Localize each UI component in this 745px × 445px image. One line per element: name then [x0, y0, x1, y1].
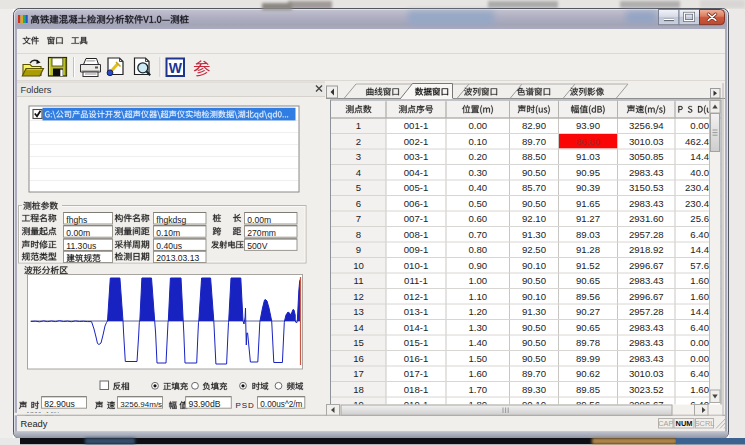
svg-text:18: 18: [353, 384, 364, 395]
svg-text:90.50: 90.50: [522, 353, 546, 364]
svg-text:90.50: 90.50: [522, 198, 546, 209]
svg-text:0.00: 0.00: [690, 337, 709, 348]
svg-text:NUM: NUM: [676, 419, 693, 428]
svg-text:14: 14: [353, 322, 364, 333]
svg-text:005-1: 005-1: [404, 182, 429, 193]
svg-text:0.10m: 0.10m: [156, 228, 180, 238]
svg-text:015-1: 015-1: [404, 337, 429, 348]
svg-text:3050.85: 3050.85: [629, 151, 664, 162]
svg-text:462.4: 462.4: [685, 136, 710, 147]
svg-text:SCRL: SCRL: [695, 419, 715, 428]
svg-text:016-1: 016-1: [404, 353, 429, 364]
svg-text:2918.92: 2918.92: [629, 244, 664, 255]
svg-text:15: 15: [353, 337, 364, 348]
svg-text:91.03: 91.03: [576, 151, 600, 162]
svg-text:2983.43: 2983.43: [629, 167, 664, 178]
svg-text:17: 17: [353, 368, 364, 379]
svg-text:14.4: 14.4: [690, 151, 709, 162]
svg-text:89.70: 89.70: [522, 368, 546, 379]
svg-text:Folders: Folders: [21, 85, 52, 95]
svg-text:93.90dB: 93.90dB: [188, 399, 220, 409]
svg-text:PSD: PSD: [235, 401, 254, 410]
svg-text:6.40: 6.40: [690, 322, 709, 333]
svg-text:Ready: Ready: [21, 419, 48, 429]
svg-text:018-1: 018-1: [404, 384, 429, 395]
svg-text:3023.52: 3023.52: [629, 384, 664, 395]
svg-text:1.60: 1.60: [468, 368, 487, 379]
svg-text:6: 6: [356, 198, 361, 209]
svg-text:82.90us: 82.90us: [44, 399, 75, 409]
svg-text:1.40: 1.40: [468, 337, 487, 348]
svg-text:0.40: 0.40: [468, 182, 487, 193]
svg-text:CAP: CAP: [658, 419, 673, 428]
svg-text:86.80: 86.80: [576, 136, 600, 147]
svg-text:3010.03: 3010.03: [629, 368, 664, 379]
svg-text:16: 16: [353, 353, 364, 364]
svg-text:500V: 500V: [247, 241, 267, 251]
svg-text:009-1: 009-1: [404, 244, 429, 255]
svg-text:90.65: 90.65: [576, 275, 600, 286]
svg-text:1.60: 1.60: [690, 275, 709, 286]
svg-text:89.70: 89.70: [522, 136, 546, 147]
svg-text:006-1: 006-1: [404, 198, 429, 209]
svg-text:89.56: 89.56: [576, 291, 600, 302]
svg-text:001-1: 001-1: [404, 120, 429, 131]
svg-text:0.70: 0.70: [468, 229, 487, 240]
svg-text:3256.94: 3256.94: [629, 120, 664, 131]
svg-text:2996.67: 2996.67: [629, 291, 664, 302]
svg-text:90.39: 90.39: [576, 182, 600, 193]
svg-text:6.40: 6.40: [690, 368, 709, 379]
svg-text:5: 5: [356, 182, 361, 193]
svg-text:2996.67: 2996.67: [629, 260, 664, 271]
svg-text:2983.43: 2983.43: [629, 275, 664, 286]
svg-text:0.80: 0.80: [468, 244, 487, 255]
svg-text:0.00: 0.00: [690, 353, 709, 364]
svg-text:2983.43: 2983.43: [629, 353, 664, 364]
svg-text:230.4: 230.4: [685, 182, 710, 193]
svg-text:1.20: 1.20: [468, 306, 487, 317]
svg-text:3: 3: [356, 151, 361, 162]
svg-text:0.10: 0.10: [468, 136, 487, 147]
svg-text:11: 11: [354, 275, 364, 286]
svg-text:0.50: 0.50: [468, 198, 487, 209]
svg-text:1.60: 1.60: [690, 291, 709, 302]
svg-text:011-1: 011-1: [404, 275, 428, 286]
svg-text:13: 13: [353, 306, 364, 317]
svg-text:88.50: 88.50: [522, 151, 546, 162]
svg-text:91.65: 91.65: [576, 198, 600, 209]
svg-text:11.30us: 11.30us: [66, 241, 96, 251]
svg-text:0.40us: 0.40us: [156, 241, 182, 251]
svg-text:0.60: 0.60: [468, 213, 487, 224]
svg-text:89.99: 89.99: [576, 353, 600, 364]
svg-text:0.00m: 0.00m: [66, 228, 90, 238]
svg-text:6.40: 6.40: [690, 229, 709, 240]
svg-text:0.00us^2/m: 0.00us^2/m: [260, 400, 302, 409]
svg-text:4: 4: [356, 167, 362, 178]
svg-text:0.00m: 0.00m: [247, 215, 271, 225]
svg-text:92.50: 92.50: [522, 244, 546, 255]
svg-text:003-1: 003-1: [404, 151, 429, 162]
svg-text:91.28: 91.28: [576, 244, 600, 255]
svg-text:89.30: 89.30: [522, 384, 546, 395]
svg-text:90.95: 90.95: [576, 167, 600, 178]
svg-text:8: 8: [356, 229, 361, 240]
svg-text:017-1: 017-1: [404, 368, 429, 379]
svg-text:fhghs: fhghs: [66, 215, 87, 225]
svg-text:2957.28: 2957.28: [629, 229, 664, 240]
svg-text:008-1: 008-1: [404, 229, 429, 240]
svg-text:2983.43: 2983.43: [629, 322, 664, 333]
svg-text:90.50: 90.50: [522, 322, 546, 333]
svg-text:82.90: 82.90: [522, 120, 546, 131]
svg-text:57.6: 57.6: [690, 260, 709, 271]
svg-text:1.10: 1.10: [468, 291, 487, 302]
svg-text:93.90: 93.90: [576, 120, 600, 131]
svg-text:2: 2: [356, 136, 361, 147]
svg-text:12: 12: [353, 291, 364, 302]
svg-text:1: 1: [356, 120, 361, 131]
svg-text:91.27: 91.27: [576, 213, 600, 224]
svg-text:90.65: 90.65: [576, 322, 600, 333]
svg-text:2983.43: 2983.43: [629, 337, 664, 348]
svg-text:14.4: 14.4: [690, 244, 709, 255]
svg-text:010-1: 010-1: [404, 260, 429, 271]
svg-text:3150.53: 3150.53: [629, 182, 664, 193]
